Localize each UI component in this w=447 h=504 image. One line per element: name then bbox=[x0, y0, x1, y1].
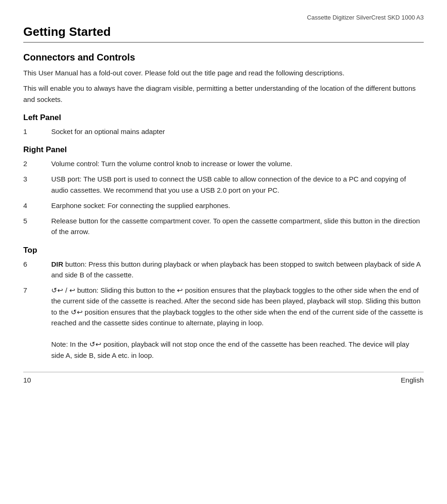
item-text-7: ↺↩ / ↩ button: Sliding this button to th… bbox=[51, 285, 424, 361]
right-panel-item-4: 4 Earphone socket: For connecting the su… bbox=[23, 200, 424, 211]
item-text-4: Earphone socket: For connecting the supp… bbox=[51, 200, 424, 211]
right-panel-item-2: 2 Volume control: Turn the volume contro… bbox=[23, 158, 424, 169]
item-number-7: 7 bbox=[23, 285, 51, 296]
item-text-3: USB port: The USB port is used to connec… bbox=[51, 174, 424, 195]
item-number-5: 5 bbox=[23, 215, 51, 226]
product-name-header: Cassette Digitizer SilverCrest SKD 1000 … bbox=[23, 14, 424, 21]
top-panel-item-6: 6 DIR button: Press this button during p… bbox=[23, 259, 424, 281]
top-panel-title: Top bbox=[23, 246, 424, 255]
item-number-2: 2 bbox=[23, 158, 51, 169]
item-text-1: Socket for an optional mains adapter bbox=[51, 126, 424, 137]
intro-paragraph-1: This User Manual has a fold-out cover. P… bbox=[23, 67, 424, 78]
item-text-6-rest: button: Press this button during playbac… bbox=[51, 260, 420, 279]
item-number-4: 4 bbox=[23, 200, 51, 211]
item-number-1: 1 bbox=[23, 126, 51, 137]
item-text-6: DIR button: Press this button during pla… bbox=[51, 259, 424, 281]
intro-paragraph-2: This will enable you to always have the … bbox=[23, 83, 424, 105]
page-title: Getting Started bbox=[23, 25, 424, 43]
item-number-6: 6 bbox=[23, 259, 51, 269]
footer: 10 English bbox=[23, 372, 424, 384]
left-panel-item-1: 1 Socket for an optional mains adapter bbox=[23, 126, 424, 137]
item-text-2: Volume control: Turn the volume control … bbox=[51, 158, 424, 169]
section-title: Connectors and Controls bbox=[23, 52, 424, 63]
footer-language: English bbox=[401, 376, 424, 384]
item-number-3: 3 bbox=[23, 174, 51, 184]
right-panel-title: Right Panel bbox=[23, 145, 424, 155]
left-panel-title: Left Panel bbox=[23, 113, 424, 122]
footer-page-number: 10 bbox=[23, 376, 31, 384]
dir-bold-label: DIR bbox=[51, 260, 63, 268]
right-panel-item-3: 3 USB port: The USB port is used to conn… bbox=[23, 174, 424, 195]
top-panel-item-7: 7 ↺↩ / ↩ button: Sliding this button to … bbox=[23, 285, 424, 361]
right-panel-item-5: 5 Release button for the cassette compar… bbox=[23, 215, 424, 237]
item-text-7-note: Note: In the ↺↩ position, playback will … bbox=[51, 340, 409, 359]
item-text-5: Release button for the cassette compartm… bbox=[51, 215, 424, 237]
item-text-7-main: ↺↩ / ↩ button: Sliding this button to th… bbox=[51, 286, 423, 327]
